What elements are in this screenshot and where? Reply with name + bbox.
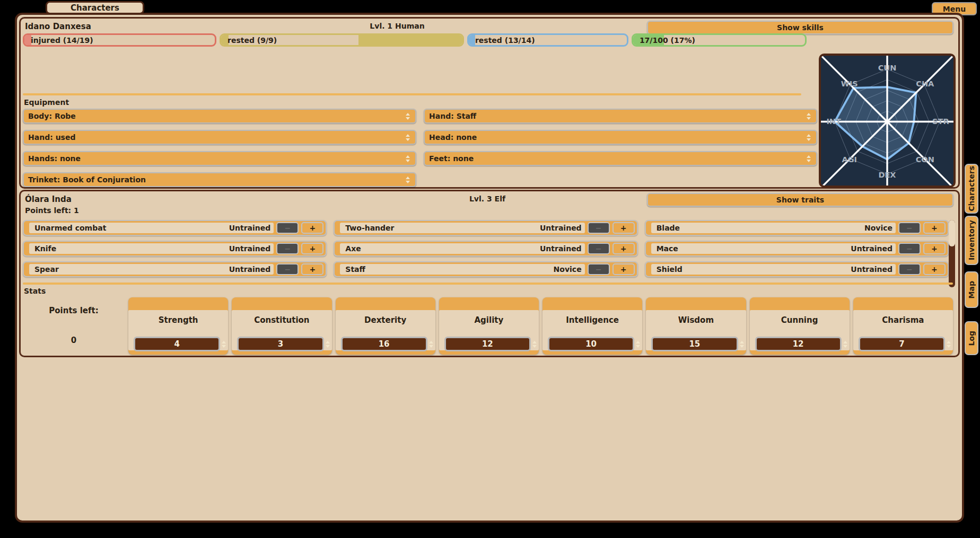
mana-bar-label: rested (13/14) [475,36,535,45]
stamina-bar: rested (9/9) [220,33,464,47]
sidebar-tab-map[interactable]: Map [965,271,978,308]
stepper-arrows-icon[interactable] [947,341,951,348]
equipment-select-feet[interactable]: Feet: none [424,151,817,166]
equipment-select-head[interactable]: Head: none [424,130,817,145]
skill-increase-button[interactable]: + [301,243,323,254]
stat-value-input[interactable]: 15 [651,337,738,351]
stat-points-left-value: 0 [71,336,76,345]
stat-card-wisdom: Wisdom 15 [646,297,746,355]
sidebar-tab-inventory[interactable]: Inventory [965,216,978,265]
stats-divider [23,283,953,285]
character-name: Idano Danxesa [25,22,91,31]
skill-rank: Untrained [229,244,271,253]
stat-value-input[interactable]: 16 [341,337,427,351]
skill-increase-button[interactable]: + [612,263,635,275]
status-bars: injured (14/19) rested (9/9) rested (13/… [23,33,807,47]
skill-increase-button[interactable]: + [301,222,323,234]
skill-rank: Untrained [540,224,582,232]
stamina-bar-label: rested (9/9) [228,36,277,45]
stat-name: Agility [439,310,539,325]
stats-title: Stats [24,287,46,295]
stat-points-block: Points left: 0 [23,297,125,355]
dropdown-arrows-icon [807,155,811,162]
skill-decrease-button[interactable]: − [588,263,610,275]
equipment-select-hands[interactable]: Hands: none [23,151,416,166]
skill-rank: Untrained [540,244,582,253]
stepper-arrows-icon[interactable] [532,341,537,348]
stepper-arrows-icon[interactable] [429,341,433,348]
dropdown-arrows-icon [406,113,410,120]
skill-decrease-button[interactable]: − [588,243,610,254]
skill-increase-button[interactable]: + [923,263,946,275]
dropdown-arrows-icon [406,134,410,141]
dropdown-arrows-icon [807,113,811,120]
skill-row-mace: Mace Untrained − + [645,241,949,257]
skill-rank: Untrained [851,244,892,253]
stepper-arrows-icon[interactable] [636,341,640,348]
mana-bar-fill [469,35,475,45]
equipment-select-body[interactable]: Body: Robe [23,109,416,124]
stat-value-input[interactable]: 12 [755,337,842,351]
sidebar-tab-characters[interactable]: Characters [965,164,978,214]
skill-decrease-button[interactable]: − [898,263,921,275]
skill-row-shield: Shield Untrained − + [645,261,949,277]
skill-row-knife: Knife Untrained − + [23,241,327,257]
show-traits-button[interactable]: Show traits [647,193,953,207]
skill-increase-button[interactable]: + [301,263,323,275]
equipment-grid: Body: Robe Hand: Staff Hand: used Head: … [23,109,817,187]
equipment-select-trinket[interactable]: Trinket: Book of Conjuration [23,172,416,187]
skill-name: Axe [345,244,361,253]
skill-rank: Untrained [229,265,271,274]
stat-value-input[interactable]: 10 [548,337,634,351]
stat-card-constitution: Constitution 3 [232,297,331,355]
radar-svg: CUNCHASTRCONDEXAGIINTWIS [821,56,953,186]
svg-text:CHA: CHA [916,80,934,88]
sidebar-tab-log[interactable]: Log [965,321,978,355]
dropdown-arrows-icon [406,155,410,162]
stats-row: Points left: 0 Strength 4 Constitution 3 [23,297,953,355]
stat-points-left-label: Points left: [49,306,98,315]
stepper-arrows-icon[interactable] [326,341,330,348]
stat-card-strength: Strength 4 [128,297,228,355]
main-panel: Idano Danxesa Lvl. 1 Human Show skills i… [15,13,964,523]
skill-points-left: Points left: 1 [25,206,79,215]
stepper-arrows-icon[interactable] [843,341,847,348]
skill-increase-button[interactable]: + [612,243,635,254]
skill-name: Shield [657,265,682,274]
skill-name: Spear [34,265,59,274]
skill-name: Unarmed combat [34,224,106,232]
show-skills-button[interactable]: Show skills [647,21,953,34]
equipment-divider [23,93,801,95]
skills-scrollbar[interactable] [949,220,955,287]
stat-card-cunning: Cunning 12 [750,297,850,355]
skill-increase-button[interactable]: + [923,243,946,254]
svg-text:DEX: DEX [878,171,896,179]
skill-decrease-button[interactable]: − [898,222,921,234]
skill-decrease-button[interactable]: − [276,243,299,254]
skill-decrease-button[interactable]: − [898,243,921,254]
stepper-arrows-icon[interactable] [740,341,744,348]
skill-decrease-button[interactable]: − [588,222,610,234]
stat-value-input[interactable]: 12 [444,337,531,351]
svg-text:CON: CON [916,155,934,164]
equipment-select-hand-right[interactable]: Hand: Staff [424,109,817,124]
equipment-select-hand-left[interactable]: Hand: used [23,130,416,145]
skill-row-two-hander: Two-hander Untrained − + [334,220,637,236]
dropdown-arrows-icon [807,134,811,141]
stepper-arrows-icon[interactable] [222,341,226,348]
stat-value-input[interactable]: 7 [859,337,945,351]
skill-name: Staff [345,265,365,274]
stat-value-input[interactable]: 4 [134,337,220,351]
svg-text:AGI: AGI [842,155,857,164]
stats-radar-chart: CUNCHASTRCONDEXAGIINTWIS [819,54,956,188]
scrollbar-thumb[interactable] [949,220,955,246]
skill-increase-button[interactable]: + [923,222,946,234]
skill-decrease-button[interactable]: − [276,222,299,234]
mana-bar: rested (13/14) [467,33,628,47]
xp-bar: 17/100 (17%) [632,33,807,47]
skill-increase-button[interactable]: + [612,222,635,234]
skill-rank: Novice [864,224,892,232]
character-name: Ólara Inda [25,195,72,204]
stat-value-input[interactable]: 3 [237,337,323,351]
skill-decrease-button[interactable]: − [276,263,299,275]
